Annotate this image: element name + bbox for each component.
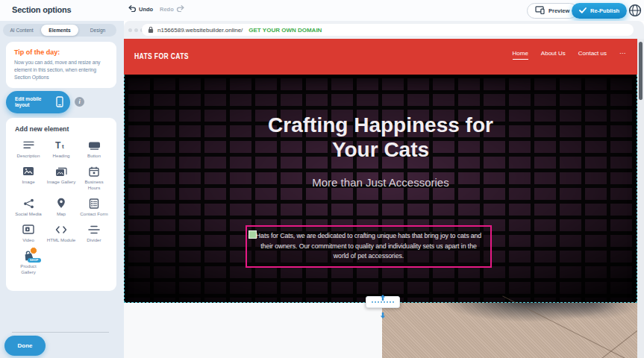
element-item-html-module[interactable]: HTML Module <box>45 224 78 243</box>
globe-icon[interactable] <box>628 4 642 17</box>
element-item-label: Map <box>57 211 66 217</box>
top-toolbar: Section options Undo Redo Preview Re-Pub… <box>0 0 644 21</box>
address-bar[interactable]: n1566589.websitebuilder.online/ GET YOUR… <box>142 24 634 36</box>
check-icon <box>579 7 587 15</box>
element-item-map[interactable]: Map <box>45 198 78 217</box>
get-domain-link[interactable]: GET YOUR OWN DOMAIN <box>248 27 322 34</box>
site-preview-area: n1566589.websitebuilder.online/ GET YOUR… <box>124 21 644 358</box>
element-item-social-media[interactable]: Social Media <box>12 198 45 217</box>
nav-contact[interactable]: Contact us <box>578 50 607 59</box>
lock-icon <box>148 23 154 37</box>
section-resize-handle[interactable] <box>366 296 400 308</box>
site-url: n1566589.websitebuilder.online/ <box>157 27 243 34</box>
edit-mobile-layout-button[interactable]: Edit mobile layout <box>6 91 70 113</box>
pavement-seam <box>502 295 637 358</box>
shop-badge: SHOP <box>28 258 40 263</box>
hero-subtitle[interactable]: More than Just Accessories <box>125 176 637 189</box>
tab-design[interactable]: Design <box>79 25 116 36</box>
arrow-down-icon <box>380 308 386 314</box>
preview-button[interactable]: Preview <box>527 3 578 19</box>
tip-body: Now you can add, move and resize any ele… <box>14 59 108 81</box>
hero-text-element-selected[interactable]: Hats for Cats, we are dedicated to craft… <box>246 225 492 268</box>
align-left-icon <box>23 139 34 151</box>
element-item-label: Divider <box>87 237 101 243</box>
hero-body-text: Hats for Cats, we are dedicated to craft… <box>254 231 484 262</box>
element-item-video[interactable]: Video <box>12 224 45 243</box>
element-item-label: Description <box>17 153 40 159</box>
edit-mobile-layout-label: Edit mobile layout <box>15 96 51 108</box>
site-nav: Home About Us Contact us ⋯ <box>513 50 626 60</box>
scrollbar-thumb[interactable] <box>639 42 643 100</box>
divider-icon <box>88 224 100 235</box>
nav-about[interactable]: About Us <box>541 50 566 59</box>
element-item-image[interactable]: Image <box>12 166 45 191</box>
add-new-element-title: Add new element <box>15 125 110 133</box>
element-item-product-gallery[interactable]: SHOP Product Gallery <box>12 250 45 275</box>
tab-elements[interactable]: Elements <box>41 25 78 36</box>
element-item-button[interactable]: Button <box>78 139 110 159</box>
contact-form-icon <box>89 198 99 209</box>
next-section-image[interactable] <box>382 303 637 358</box>
element-item-label: Business Hours <box>79 179 109 191</box>
element-item-label: Heading <box>52 153 69 159</box>
tip-title: Tip of the day: <box>14 48 108 56</box>
site-logo[interactable]: HATS FOR CATS <box>134 51 189 60</box>
share-icon <box>23 198 34 209</box>
devices-icon <box>535 6 545 16</box>
element-item-label: HTML Module <box>47 237 76 243</box>
arrow-up-icon <box>380 290 386 296</box>
map-pin-icon <box>57 198 66 209</box>
calendar-icon <box>89 166 99 177</box>
panel-tab-bar: AI Content Elements Design <box>3 24 116 37</box>
element-item-label: Image Gallery <box>47 179 76 185</box>
pavement-seam <box>578 316 637 358</box>
section-options-panel: AI Content Elements Design Tip of the da… <box>0 21 124 358</box>
element-item-label: Contact Form <box>80 211 107 217</box>
element-item-contact-form[interactable]: Contact Form <box>78 198 110 217</box>
element-item-label: Video <box>22 237 34 243</box>
done-button[interactable]: Done <box>4 336 46 356</box>
next-section-blank[interactable] <box>124 303 382 358</box>
website-builder-app: Section options Undo Redo Preview Re-Pub… <box>0 0 644 358</box>
panel-divider <box>12 332 109 333</box>
element-item-image-gallery[interactable]: Image Gallery <box>45 166 78 191</box>
nav-more-icon[interactable]: ⋯ <box>619 50 625 59</box>
image-gallery-icon <box>55 166 67 177</box>
redo-label: Redo <box>160 6 174 13</box>
republish-button[interactable]: Re-Publish <box>572 3 627 19</box>
element-item-label: Image <box>22 179 34 185</box>
image-icon <box>22 166 34 177</box>
nav-home[interactable]: Home <box>513 50 528 60</box>
button-icon <box>88 139 101 151</box>
preview-label: Preview <box>548 7 569 14</box>
redo-button[interactable]: Redo <box>160 4 184 13</box>
code-icon <box>55 224 67 235</box>
browser-chrome: n1566589.websitebuilder.online/ GET YOUR… <box>124 21 644 39</box>
republish-label: Re-Publish <box>590 7 619 14</box>
tab-ai-content[interactable]: AI Content <box>3 25 40 36</box>
element-drag-handle[interactable] <box>248 230 257 239</box>
tip-of-the-day-card: Tip of the day: Now you can add, move an… <box>6 42 116 88</box>
redo-icon <box>176 4 184 13</box>
smartphone-icon <box>56 96 63 109</box>
info-icon[interactable] <box>75 97 84 107</box>
add-new-element-card: Add new element Description Tt Heading <box>6 118 116 291</box>
video-icon <box>22 224 34 235</box>
element-item-label: Social Media <box>15 211 41 217</box>
hero-section-selected[interactable]: Crafting Happiness for Your Cats More th… <box>124 75 637 303</box>
svg-text:t: t <box>62 143 64 150</box>
element-item-label: Product Gallery <box>13 263 43 275</box>
element-item-heading[interactable]: Tt Heading <box>45 139 78 159</box>
preview-scrollbar[interactable] <box>637 39 644 358</box>
site-canvas: HATS FOR CATS Home About Us Contact us ⋯… <box>124 39 637 358</box>
site-header-section[interactable]: HATS FOR CATS Home About Us Contact us ⋯ <box>124 39 637 75</box>
element-item-description[interactable]: Description <box>12 139 45 159</box>
element-item-label: Button <box>87 153 101 159</box>
hero-title[interactable]: Crafting Happiness for Your Cats <box>246 113 515 163</box>
new-badge-icon <box>30 247 37 254</box>
undo-button[interactable]: Undo <box>128 4 153 13</box>
heading-icon: Tt <box>55 139 67 151</box>
element-item-divider[interactable]: Divider <box>78 224 110 243</box>
element-item-business-hours[interactable]: Business Hours <box>78 166 110 191</box>
element-grid: Description Tt Heading Button <box>12 139 110 275</box>
